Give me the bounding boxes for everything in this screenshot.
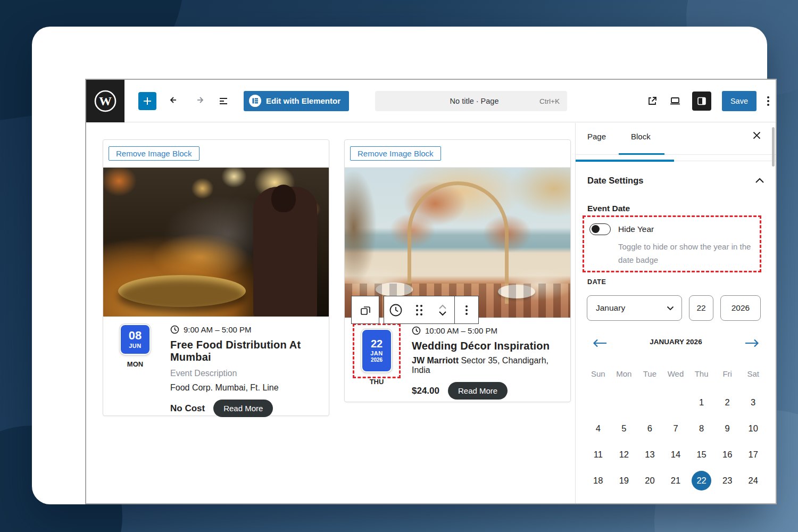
block-mover[interactable] <box>431 296 454 324</box>
calendar-day[interactable]: 1 <box>688 389 714 415</box>
sidebar-panel-icon <box>696 96 707 106</box>
external-link-icon <box>646 95 658 107</box>
remove-image-block-button[interactable]: Remove Image Block <box>109 146 200 161</box>
tab-block[interactable]: Block <box>631 132 651 141</box>
event-price: No Cost <box>170 403 205 414</box>
calendar-day[interactable]: 13 <box>637 442 663 468</box>
hide-year-highlight-box: Hide Year Toggle to hide or show the yea… <box>583 215 761 272</box>
event-venue: Food Corp. Mumbai, Ft. Line <box>170 383 320 393</box>
settings-sidebar-toggle[interactable] <box>692 92 711 111</box>
calendar-day[interactable]: 7 <box>663 415 689 442</box>
block-type-clock-button[interactable] <box>384 296 408 324</box>
badge-month: JUN <box>129 343 142 349</box>
plus-icon <box>142 96 153 106</box>
settings-sidebar: Page Block Date Settings Event Date <box>575 123 776 504</box>
toggle-knob <box>592 225 600 233</box>
calendar-day[interactable]: 2 <box>714 389 741 415</box>
calendar-day[interactable]: 15 <box>688 442 714 468</box>
calendar-day[interactable]: 20 <box>637 468 663 494</box>
chevron-up-icon <box>438 304 447 310</box>
device-frame: W <box>32 27 767 504</box>
options-menu-button[interactable] <box>767 96 769 106</box>
close-sidebar-button[interactable] <box>752 130 762 140</box>
calendar-day[interactable]: 17 <box>740 442 766 468</box>
year-input[interactable]: 2026 <box>720 295 761 321</box>
edit-with-elementor-label: Edit with Elementor <box>266 96 340 105</box>
calendar-empty-cell <box>663 389 689 415</box>
date-field-label: DATE <box>587 278 606 286</box>
calendar-next-button[interactable] <box>744 339 759 347</box>
hide-year-help-text: Toggle to hide or show the year in the d… <box>618 240 757 267</box>
edit-with-elementor-button[interactable]: Edit with Elementor <box>244 91 349 111</box>
block-drag-handle[interactable] <box>408 296 431 324</box>
remove-image-block-button[interactable]: Remove Image Block <box>350 146 441 161</box>
calendar-day[interactable]: 22 <box>688 468 714 494</box>
calendar-day[interactable]: 19 <box>611 468 637 494</box>
list-view-button[interactable] <box>217 95 230 107</box>
calendar-day[interactable]: 11 <box>585 442 611 468</box>
add-block-button[interactable] <box>138 92 156 110</box>
redo-button[interactable] <box>193 95 205 107</box>
document-title-bar[interactable]: No title · Page Ctrl+K <box>375 91 567 111</box>
calendar-day[interactable]: 21 <box>663 468 689 494</box>
chevron-down-icon <box>438 311 447 316</box>
preview-device-button[interactable] <box>669 95 681 107</box>
date-settings-panel-header[interactable]: Date Settings <box>587 176 764 186</box>
calendar-day[interactable]: 10 <box>740 415 766 442</box>
event-venue: JW Marriott Sector 35, Chandigarh, India <box>412 356 562 375</box>
calendar-day[interactable]: 8 <box>688 415 714 442</box>
overlapping-blocks-icon <box>359 304 372 317</box>
undo-button[interactable] <box>168 95 181 107</box>
block-options-button[interactable] <box>455 296 478 324</box>
view-page-button[interactable] <box>646 95 658 107</box>
calendar-empty-cell <box>611 389 637 415</box>
save-button[interactable]: Save <box>722 91 757 111</box>
calendar-day[interactable]: 18 <box>585 468 611 494</box>
undo-icon <box>168 95 181 107</box>
tabs-divider <box>576 154 776 155</box>
food-pan-shape <box>118 275 246 307</box>
tab-page[interactable]: Page <box>587 132 606 141</box>
clock-icon <box>412 326 421 335</box>
badge-month: JAN <box>370 351 383 356</box>
calendar-grid: 123456789101112131415161718192021222324 <box>585 389 766 494</box>
calendar-weekdays: SunMonTueWedThuFriSat <box>585 369 766 378</box>
calendar-empty-cell <box>585 389 611 415</box>
calendar-month-title: JANUARY 2026 <box>587 338 764 346</box>
calendar-day[interactable]: 23 <box>714 468 741 494</box>
calendar-day[interactable]: 9 <box>714 415 741 442</box>
calendar-day[interactable]: 12 <box>611 442 637 468</box>
block-transform-button[interactable] <box>351 296 379 324</box>
calendar-day[interactable]: 5 <box>611 415 637 442</box>
document-title: No title · Page <box>375 97 539 105</box>
sidebar-scrollbar[interactable] <box>772 127 775 167</box>
editor-toolbar: W <box>86 80 776 122</box>
calendar-day[interactable]: 6 <box>637 415 663 442</box>
date-controls: January 22 2026 <box>587 295 761 321</box>
read-more-button[interactable]: Read More <box>448 382 508 400</box>
event-time: 10:00 AM – 5:00 PM <box>425 326 497 335</box>
badge-year: 2026 <box>371 358 383 363</box>
active-tab-underline <box>619 153 664 155</box>
hide-year-toggle[interactable] <box>589 223 611 235</box>
calendar-day[interactable]: 16 <box>714 442 741 468</box>
wordpress-logo[interactable]: W <box>86 80 124 122</box>
read-more-button[interactable]: Read More <box>213 400 273 417</box>
badge-weekday: MON <box>111 360 160 368</box>
month-select[interactable]: January <box>587 295 682 321</box>
event-image-street-food <box>103 168 329 317</box>
calendar-day[interactable]: 24 <box>740 468 766 494</box>
arrow-right-icon <box>744 339 759 347</box>
date-badge-highlight: 22 JAN 2026 <box>354 325 399 377</box>
drag-dots-icon <box>416 305 422 315</box>
calendar-day[interactable]: 3 <box>740 389 766 415</box>
event-title: Free Food Distribution At Mumbai <box>170 339 320 363</box>
day-input[interactable]: 22 <box>689 295 713 321</box>
calendar-weekday: Mon <box>611 369 637 378</box>
clock-icon <box>170 325 179 334</box>
event-card-wedding-decor: Remove Image Block <box>344 139 571 402</box>
chevron-down-icon <box>667 306 674 311</box>
calendar-day[interactable]: 14 <box>663 442 689 468</box>
remove-row: Remove Image Block <box>103 140 329 168</box>
calendar-day[interactable]: 4 <box>585 415 611 442</box>
